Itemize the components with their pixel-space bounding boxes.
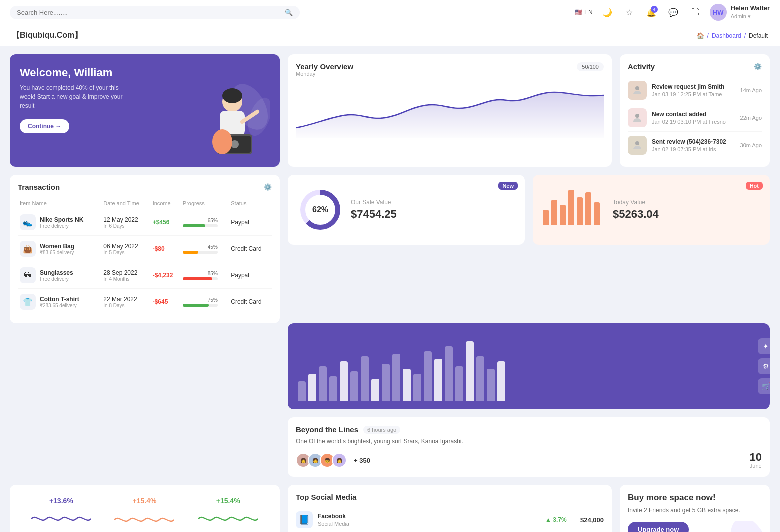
notification-icon[interactable]: 🔔 4: [644, 5, 659, 20]
today-info: Today Value $5263.04: [613, 199, 659, 221]
buy-space-desc: Invite 2 Friends and get 5 GB extra spac…: [628, 506, 762, 515]
date-sub: In 5 Days: [104, 250, 148, 255]
chart-bar: [319, 366, 327, 401]
today-bar: [586, 192, 592, 225]
social-amount: $24,000: [580, 516, 604, 524]
beyond-desc: One Of the world,s brightest, young surf…: [296, 437, 762, 446]
transaction-table: Item Name Date and Time Income Progress …: [18, 197, 272, 315]
item-icon: 🕶: [20, 267, 36, 283]
today-label: Today Value: [613, 199, 659, 206]
today-bar: [552, 200, 558, 225]
social-media-card: Top Social Media 📘 Facebook Social Media…: [288, 485, 612, 532]
progress-fill: [183, 224, 206, 227]
welcome-card: Welcome, William You have completed 40% …: [10, 54, 280, 167]
mini-stat-item: +15.4% Profit in 6 months $7454.25: [186, 493, 270, 532]
beyond-title: Beyond the Lines: [296, 425, 358, 434]
status-cell: Credit Card: [229, 236, 272, 262]
today-bar: [568, 190, 574, 225]
mini-stat-item: +13.6% Total Investment $7454.25: [20, 493, 104, 532]
search-icon: 🔍: [285, 9, 293, 16]
welcome-subtitle: You have completed 40% of your this week…: [20, 83, 130, 110]
fullscreen-icon[interactable]: ⛶: [688, 5, 703, 20]
chart-bar: [382, 364, 390, 401]
social-media-title: Top Social Media: [296, 493, 604, 501]
activity-info: New contact added Jan 02 19 03:10 PM at …: [652, 111, 736, 125]
social-icon: 📘: [296, 511, 313, 528]
activity-info: Sent review (504)236-7302 Jan 02 19 07:3…: [652, 138, 736, 153]
search-bar[interactable]: 🔍: [10, 6, 300, 19]
activity-item: Review request jim Smith Jan 03 19 12:25…: [628, 77, 762, 104]
beyond-plus-count: + 350: [354, 457, 370, 464]
beyond-avatars: 👩 🧑 👦 👩: [296, 453, 347, 468]
cart-icon[interactable]: 🛒: [758, 378, 770, 394]
transaction-settings-icon[interactable]: ⚙️: [264, 183, 272, 191]
chart-bar: [340, 361, 348, 401]
progress-bar: [183, 224, 218, 227]
chart-bar: [424, 351, 432, 401]
activity-settings-icon[interactable]: ⚙️: [754, 63, 762, 70]
date-main: 06 May 2022: [104, 243, 148, 250]
item-cell: 👟 Nike Sports NK Free delivery: [20, 214, 100, 230]
breadcrumb: 🏠 / Dashboard / Default: [697, 32, 768, 39]
mini-wave-chart: [198, 509, 258, 529]
activity-thumb: [628, 136, 647, 155]
svg-point-9: [212, 129, 232, 154]
chart-bar: [308, 374, 316, 401]
home-icon[interactable]: 🏠: [697, 32, 704, 39]
beyond-time: 6 hours ago: [364, 426, 400, 434]
date-sub: In 8 Days: [104, 303, 148, 308]
theme-toggle[interactable]: 🌙: [600, 5, 615, 20]
chart-bar: [372, 379, 380, 401]
welcome-illustration: [185, 77, 275, 167]
activity-item: Sent review (504)236-7302 Jan 02 19 07:3…: [628, 132, 762, 159]
lang-label: EN: [584, 9, 593, 16]
beyond-date: 10 June: [750, 452, 762, 469]
new-badge: New: [498, 182, 518, 190]
progress-label: 85%: [183, 271, 218, 276]
yearly-header: Yearly Overview Monday 50/100: [296, 62, 604, 81]
svg-point-12: [636, 141, 640, 145]
income-cell: -$80: [151, 236, 181, 262]
buy-illustration: [700, 521, 770, 532]
beyond-card: Beyond the Lines 6 hours ago One Of the …: [288, 417, 770, 477]
progress-bar-wrap: 45%: [183, 244, 218, 254]
progress-bar-wrap: 65%: [183, 218, 218, 227]
date-sub: In 4 Months: [104, 276, 148, 282]
message-icon[interactable]: 💬: [666, 5, 681, 20]
date-sub: In 6 Days: [104, 223, 148, 229]
activity-list: Review request jim Smith Jan 03 19 12:25…: [628, 77, 762, 159]
transaction-title: Transaction: [18, 183, 60, 191]
bookmark-icon[interactable]: ☆: [622, 5, 637, 20]
chart-icon-1[interactable]: ✦: [758, 338, 770, 354]
activity-thumb: [628, 81, 647, 100]
activity-info: Review request jim Smith Jan 03 19 12:25…: [652, 83, 736, 98]
beyond-date-month: June: [750, 463, 762, 469]
activity-card: Activity ⚙️ Review request jim Smith Jan…: [620, 54, 770, 167]
top-navigation: 🔍 🇺🇸 EN 🌙 ☆ 🔔 4 💬 ⛶ HW Helen Walter Admi…: [0, 0, 780, 25]
item-cell: 👕 Cotton T-shirt ₹283.65 delivery: [20, 294, 100, 310]
barchart-section: ✦ ⚙ 🛒 Beyond the Lines 6 hours ago One O…: [0, 323, 780, 477]
chart-bar: [434, 359, 442, 401]
search-input[interactable]: [17, 9, 281, 16]
lang-selector[interactable]: 🇺🇸 EN: [575, 9, 593, 16]
activity-time: 22m Ago: [740, 115, 762, 121]
progress-fill: [183, 304, 210, 307]
chart-icon-2[interactable]: ⚙: [758, 358, 770, 374]
chart-bar: [456, 366, 464, 401]
status-cell: Paypal: [229, 262, 272, 289]
activity-time: 30m Ago: [740, 142, 762, 148]
item-icon: 👜: [20, 241, 36, 257]
income-cell: +$456: [151, 209, 181, 236]
continue-button[interactable]: Continue →: [20, 119, 70, 133]
yearly-subtitle: Monday: [296, 71, 354, 77]
progress-fill: [183, 277, 213, 280]
buy-space-title: Buy more space now!: [628, 493, 762, 503]
date-main: 12 May 2022: [104, 216, 148, 223]
today-bar: [577, 197, 583, 225]
upgrade-button[interactable]: Upgrade now: [628, 522, 689, 532]
item-name: Women Bag: [40, 243, 74, 250]
breadcrumb-dashboard[interactable]: Dashboard: [712, 32, 742, 39]
breadcrumb-bar: 【Biqubiqu.Com】 🏠 / Dashboard / Default: [0, 25, 780, 46]
sale-label: Our Sale Value: [351, 199, 397, 206]
user-menu[interactable]: HW Helen Walter Admin ▾: [710, 4, 770, 21]
